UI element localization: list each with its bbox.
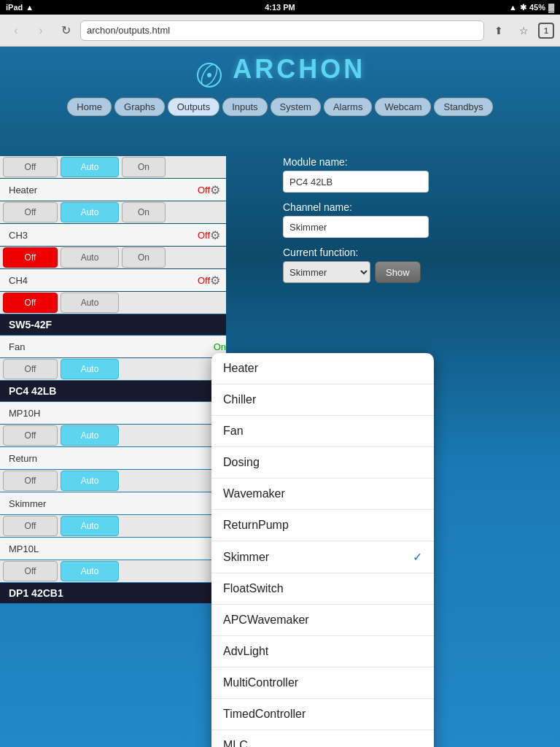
return-label-row: Return On: [0, 447, 226, 469]
function-dropdown[interactable]: Heater Chiller Fan Dosing Wavemaker Retu…: [211, 353, 434, 747]
bluetooth-icon: ✱: [520, 3, 526, 12]
dropdown-item-mlc[interactable]: MLC: [211, 730, 434, 747]
current-function-label: Current function:: [283, 247, 545, 258]
module-name-input[interactable]: [283, 171, 429, 193]
auto-button-1[interactable]: Auto: [61, 157, 119, 177]
on-button-1[interactable]: On: [122, 157, 166, 177]
auto-button-4[interactable]: Auto: [61, 293, 119, 313]
dropdown-item-returnpump[interactable]: ReturnPump: [211, 510, 434, 541]
reload-button[interactable]: ↻: [55, 20, 76, 41]
dropdown-item-advlight[interactable]: AdvLight: [211, 636, 434, 667]
show-button[interactable]: Show: [375, 261, 421, 283]
on-button-2[interactable]: On: [122, 202, 166, 222]
auto-button-2[interactable]: Auto: [61, 202, 119, 222]
off-button-2[interactable]: Off: [3, 202, 58, 222]
main-content: ARCHON Home Graphs Outputs Inputs System…: [0, 47, 560, 747]
dropdown-item-fan[interactable]: Fan: [211, 416, 434, 447]
svg-point-2: [207, 73, 211, 77]
wifi-icon: ▲: [26, 3, 34, 12]
function-select[interactable]: Skimmer: [283, 261, 370, 283]
nav-inputs[interactable]: Inputs: [222, 98, 267, 116]
channel-controls-6: Off Auto: [0, 425, 226, 446]
dropdown-item-multicontroller[interactable]: MultiController: [211, 667, 434, 699]
off-button-9[interactable]: Off: [3, 561, 58, 581]
dropdown-item-apcwavemaker[interactable]: APCWavemaker: [211, 605, 434, 636]
dropdown-item-wavemaker-label: Wavemaker: [223, 487, 285, 500]
mp10l-label: MP10L: [9, 543, 214, 554]
dropdown-item-skimmer-label: Skimmer: [223, 551, 269, 564]
nav-system[interactable]: System: [271, 98, 321, 116]
dropdown-item-wavemaker[interactable]: Wavemaker: [211, 479, 434, 510]
bookmark-button[interactable]: ☆: [513, 20, 534, 41]
mp10h-label-row: MP10H On: [0, 402, 226, 424]
status-left: iPad ▲: [6, 3, 34, 12]
off-button-8[interactable]: Off: [3, 516, 58, 536]
back-button[interactable]: ‹: [6, 20, 26, 41]
forward-button[interactable]: ›: [31, 20, 51, 41]
tab-count[interactable]: 1: [538, 23, 554, 39]
fan-label: Fan: [9, 341, 214, 352]
ch3-gear-icon[interactable]: ⚙: [210, 228, 220, 242]
ch4-status: Off: [198, 275, 210, 286]
auto-button-6[interactable]: Auto: [61, 425, 119, 446]
auto-button-5[interactable]: Auto: [61, 359, 119, 379]
module-name-label: Module name:: [283, 156, 545, 168]
channel-controls-5: Off Auto: [0, 358, 226, 380]
status-bar: iPad ▲ 4:13 PM ▲ ✱ 45% ▓: [0, 0, 560, 15]
channel-controls-7: Off Auto: [0, 470, 226, 492]
channel-controls-3: Off Auto On: [0, 247, 226, 268]
ch4-gear-icon[interactable]: ⚙: [210, 274, 220, 287]
url-bar[interactable]: archon/outputs.html: [80, 20, 484, 41]
dropdown-item-timedcontroller[interactable]: TimedController: [211, 699, 434, 730]
nav-alarms[interactable]: Alarms: [324, 98, 372, 116]
auto-button-3[interactable]: Auto: [61, 247, 119, 268]
nav-outputs[interactable]: Outputs: [168, 98, 220, 116]
fan-status: On: [214, 341, 226, 352]
dropdown-item-dosing[interactable]: Dosing: [211, 447, 434, 479]
pc4-section-header: PC4 42LB: [0, 381, 226, 401]
sw5-section-header: SW5-42F: [0, 314, 226, 335]
status-right: ▲ ✱ 45% ▓: [509, 3, 554, 12]
dropdown-item-apcwavemaker-label: APCWavemaker: [223, 614, 309, 627]
current-function-field: Current function: Skimmer Show: [283, 247, 545, 283]
dropdown-item-skimmer[interactable]: Skimmer ✓: [211, 541, 434, 573]
nav-webcam[interactable]: Webcam: [375, 98, 431, 116]
nav-graphs[interactable]: Graphs: [114, 98, 165, 116]
off-button-3[interactable]: Off: [3, 247, 58, 268]
right-panel: Module name: Channel name: Current funct…: [283, 156, 545, 292]
status-time: 4:13 PM: [265, 3, 295, 12]
dropdown-item-timedcontroller-label: TimedController: [223, 708, 306, 721]
dropdown-item-chiller[interactable]: Chiller: [211, 384, 434, 416]
dropdown-item-mlc-label: MLC: [223, 739, 248, 747]
dropdown-item-advlight-label: AdvLight: [223, 645, 268, 658]
ch3-label-row: CH3 Off ⚙: [0, 224, 226, 246]
dropdown-item-chiller-label: Chiller: [223, 393, 256, 406]
off-button-1[interactable]: Off: [3, 157, 58, 177]
battery-icon: ▓: [548, 3, 554, 12]
auto-button-9[interactable]: Auto: [61, 561, 119, 581]
off-button-4[interactable]: Off: [3, 293, 58, 313]
heater-gear-icon[interactable]: ⚙: [210, 183, 220, 197]
heater-status: Off: [198, 185, 210, 196]
on-button-3[interactable]: On: [122, 247, 166, 268]
logo-area: ARCHON: [0, 47, 560, 93]
dropdown-item-floatswitch[interactable]: FloatSwitch: [211, 573, 434, 605]
signal-icon: ▲: [509, 3, 517, 12]
auto-button-8[interactable]: Auto: [61, 516, 119, 536]
share-button[interactable]: ⬆: [489, 20, 509, 41]
mp10h-label: MP10H: [9, 408, 214, 419]
channel-controls-2: Off Auto On: [0, 201, 226, 223]
function-row: Skimmer Show: [283, 261, 545, 283]
off-button-5[interactable]: Off: [3, 359, 58, 379]
channel-name-field: Channel name:: [283, 201, 545, 238]
dropdown-item-heater[interactable]: Heater: [211, 353, 434, 384]
nav-standbys[interactable]: Standbys: [434, 98, 492, 116]
heater-label: Heater: [9, 185, 198, 196]
fan-label-row: Fan On: [0, 336, 226, 357]
channel-name-input[interactable]: [283, 216, 429, 238]
off-button-7[interactable]: Off: [3, 471, 58, 491]
auto-button-7[interactable]: Auto: [61, 471, 119, 491]
off-button-6[interactable]: Off: [3, 425, 58, 446]
dropdown-item-multicontroller-label: MultiController: [223, 676, 298, 689]
nav-home[interactable]: Home: [67, 98, 112, 116]
